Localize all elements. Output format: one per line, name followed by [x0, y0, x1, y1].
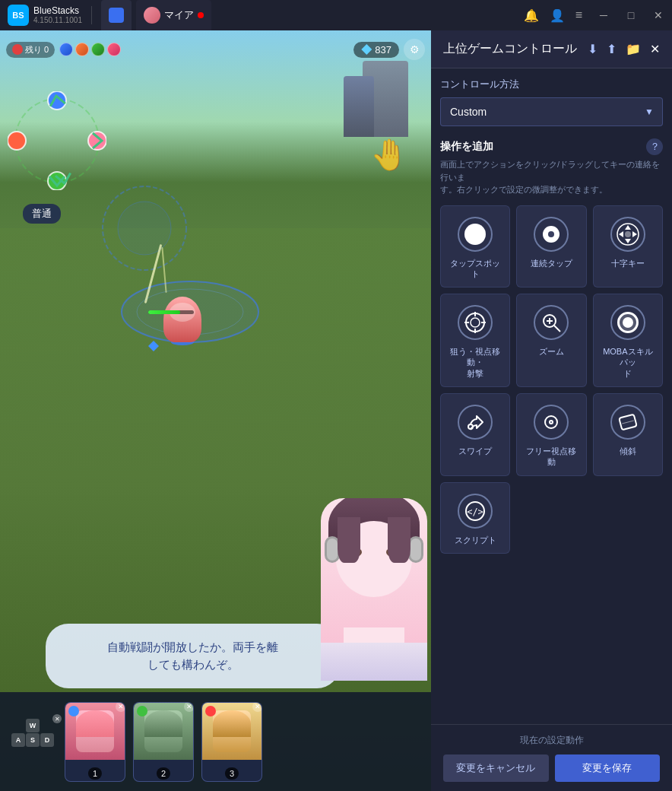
hud-settings-button[interactable]: ⚙	[404, 39, 425, 60]
svg-point-14	[625, 231, 631, 237]
s-key[interactable]: S	[26, 733, 40, 747]
svg-point-2	[8, 132, 26, 150]
card-num-3: 3	[225, 767, 239, 780]
enemy-area	[99, 183, 190, 274]
action-moba[interactable]: MOBAスキルパッド	[593, 294, 663, 387]
heart-icon	[12, 44, 23, 55]
minimize-button[interactable]: ─	[590, 0, 617, 30]
menu-icon[interactable]: ≡	[575, 8, 582, 22]
card-slot-2[interactable]: ✕ 2	[133, 702, 194, 782]
home-tab[interactable]	[101, 0, 132, 30]
dialog-text: 自動戦闘が開放したか。両手を離しても構わんぞ。	[65, 639, 321, 673]
card-slot-1[interactable]: ✕ 1	[65, 702, 125, 782]
action-freeview[interactable]: フリー視点移動	[516, 393, 586, 476]
tap-spot-label: タップスポット	[447, 258, 503, 280]
card-num-1: 1	[88, 767, 102, 780]
crystal-icon	[361, 44, 372, 55]
svg-marker-13	[632, 231, 637, 237]
save-icon[interactable]: ⬇	[588, 42, 598, 56]
cancel-button[interactable]: 変更をキャンセル	[443, 754, 549, 782]
aim-icon	[458, 305, 493, 340]
svg-point-1	[48, 91, 66, 110]
svg-marker-11	[625, 239, 631, 243]
export-icon[interactable]: ⬆	[607, 42, 617, 56]
card-close-1[interactable]: ✕	[116, 702, 125, 712]
control-method-select[interactable]: Custom Default Preset 1	[440, 97, 663, 126]
svg-marker-10	[625, 225, 631, 230]
folder-icon[interactable]: 📁	[626, 42, 641, 56]
pink-gem-icon	[107, 43, 121, 56]
action-aim[interactable]: 狙う・視点移動・射撃	[440, 294, 510, 387]
alert-badge	[198, 12, 204, 18]
ops-title: 操作を追加	[440, 140, 493, 154]
action-swipe[interactable]: スワイプ	[440, 393, 510, 476]
character-avatar	[144, 7, 160, 24]
character-tab[interactable]: マイア	[136, 0, 211, 30]
wasd-br	[40, 748, 54, 761]
game-hud: 残り 0 837 ⚙	[0, 30, 431, 68]
player-character	[163, 297, 201, 345]
card-num-2: 2	[157, 767, 170, 780]
svg-marker-12	[619, 231, 623, 237]
right-panel: 上位ゲームコントロール ⬇ ⬆ 📁 ✕ コントロール方法 Custom Defa…	[431, 30, 672, 791]
panel-close-button[interactable]: ✕	[650, 42, 660, 56]
freeview-icon	[534, 405, 569, 440]
gem-circle	[8, 91, 106, 190]
card-slot-3[interactable]: ✕ 3	[201, 702, 262, 782]
maximize-button[interactable]: □	[617, 0, 645, 30]
swipe-label: スワイプ	[458, 446, 492, 456]
card-gem-1	[68, 706, 79, 716]
card-close-3[interactable]: ✕	[252, 702, 262, 712]
wasd-close-button[interactable]: ✕	[52, 714, 62, 723]
moba-label: MOBAスキルパッド	[600, 346, 656, 379]
wasd-bl	[11, 748, 25, 761]
control-method-dropdown-wrapper: Custom Default Preset 1 ▼	[440, 97, 663, 126]
swipe-icon	[458, 405, 493, 440]
svg-point-25	[468, 424, 473, 429]
action-dpad[interactable]: 十字キー	[593, 205, 663, 288]
continuous-tap-label: 連続タップ	[531, 258, 572, 268]
moba-icon	[610, 305, 645, 340]
a-key[interactable]: A	[11, 733, 25, 747]
continuous-tap-icon	[534, 217, 569, 252]
window-controls: ─ □ ✕	[590, 0, 672, 30]
app-version: 4.150.11.1001	[33, 16, 82, 24]
w-key[interactable]: W	[26, 719, 40, 732]
svg-point-8	[118, 202, 171, 255]
user-icon[interactable]: 👤	[550, 8, 565, 23]
close-button[interactable]: ✕	[645, 0, 672, 30]
svg-point-4	[88, 132, 106, 150]
action-tap-spot[interactable]: タップスポット	[440, 205, 510, 288]
zoom-label: ズーム	[539, 346, 564, 357]
action-tilt[interactable]: 傾斜	[593, 393, 663, 476]
card-close-2[interactable]: ✕	[184, 702, 194, 712]
script-icon: </>	[458, 494, 493, 529]
normal-mode-label: 普通	[23, 204, 61, 224]
svg-line-22	[554, 326, 560, 332]
normal-label-text: 普通	[32, 208, 52, 219]
ops-header: 操作を追加 ？	[440, 138, 663, 155]
ops-help-icon[interactable]: ？	[646, 138, 663, 155]
home-tab-icon	[109, 8, 124, 23]
wasd-tl	[11, 719, 25, 732]
wasd-control[interactable]: ✕ W A S D	[11, 719, 57, 764]
action-continuous-tap[interactable]: 連続タップ	[516, 205, 586, 288]
save-button[interactable]: 変更を保存	[555, 754, 661, 782]
control-method-section: コントロール方法 Custom Default Preset 1 ▼	[440, 78, 663, 126]
action-zoom[interactable]: ズーム	[516, 294, 586, 387]
green-gem-icon	[91, 43, 105, 56]
bell-icon[interactable]: 🔔	[524, 8, 539, 23]
action-grid: タップスポット 連続タップ	[440, 205, 663, 554]
wasd-grid: W A S D	[11, 719, 57, 761]
svg-text:</>: </>	[467, 507, 483, 517]
tap-spot-icon	[458, 217, 493, 252]
character-tab-label: マイア	[164, 8, 194, 22]
bottom-deck: ✕ W A S D	[0, 692, 431, 791]
d-key[interactable]: D	[40, 733, 54, 747]
crystal-value: 837	[375, 44, 391, 56]
dpad-icon	[610, 217, 645, 252]
action-script[interactable]: </> スクリプト	[440, 482, 510, 554]
main-layout: 残り 0 837 ⚙	[0, 30, 672, 791]
freeview-label: フリー視点移動	[523, 446, 579, 468]
footer-title: 現在の設定動作	[443, 734, 660, 747]
